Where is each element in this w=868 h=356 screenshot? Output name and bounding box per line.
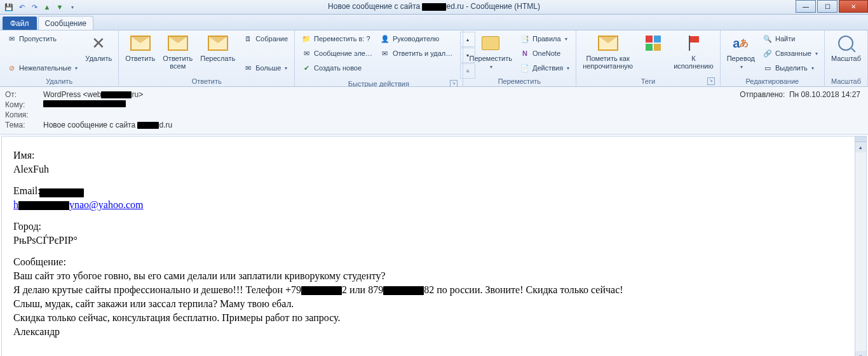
translate-button[interactable]: aあПеревод▾: [724, 32, 757, 72]
redacted-to: [43, 100, 126, 107]
ribbon: ✉Пропустить ⊘Нежелательные▾ ✕ Удалить Уд…: [0, 30, 868, 87]
message-body-container: Имя: AlexFuh Email: hynao@yahoo.com Горо…: [1, 136, 867, 356]
split-handle-icon[interactable]: [855, 136, 866, 142]
spacer: [240, 46, 290, 60]
maximize-button[interactable]: ☐: [817, 0, 837, 13]
group-editing-label: Редактирование: [724, 76, 820, 86]
quick-create-new-button[interactable]: ✔Создать новое: [299, 61, 375, 75]
qat-dropdown-icon[interactable]: ▾: [67, 2, 78, 12]
onenote-icon: N: [520, 48, 530, 58]
body-email-link[interactable]: hynao@yahoo.com: [13, 199, 143, 210]
redacted-from: [101, 91, 132, 98]
more-icon: ✉: [243, 63, 253, 73]
reply-icon: [130, 33, 151, 53]
close-button[interactable]: ✕: [839, 0, 868, 13]
delete-label: Удалить: [85, 55, 112, 62]
file-tab[interactable]: Файл: [3, 16, 37, 30]
select-button[interactable]: ▭Выделить▾: [760, 61, 820, 75]
more-label: Больше: [255, 64, 281, 72]
next-icon[interactable]: ▼: [55, 2, 65, 12]
dialog-launcher-icon[interactable]: ↘: [707, 77, 715, 85]
rules-label: Правила: [532, 35, 561, 43]
save-icon[interactable]: 💾: [4, 2, 14, 12]
delete-button[interactable]: ✕ Удалить: [83, 32, 114, 63]
quick-manager-button[interactable]: 👤Руководителю: [377, 32, 455, 46]
delete-icon: ✕: [88, 33, 109, 53]
quick-team-email-label: Сообщение эле…: [314, 49, 372, 57]
quick-reply-delete-button[interactable]: ✉Ответить и удал…: [377, 46, 455, 60]
translate-label: Перевод: [727, 55, 755, 62]
chevron-down-icon: ▾: [565, 36, 567, 42]
quick-move-to-button[interactable]: 📁Переместить в: ?: [299, 32, 375, 46]
skip-button[interactable]: ✉Пропустить: [4, 32, 80, 46]
ribbon-tabs: Файл Сообщение: [0, 15, 868, 30]
spacer: [4, 46, 80, 60]
folder-icon: [480, 33, 501, 53]
skip-label: Пропустить: [19, 35, 57, 43]
find-button[interactable]: 🔍Найти: [760, 32, 820, 46]
chevron-down-icon: ▾: [815, 51, 818, 56]
related-label: Связанные: [775, 49, 811, 57]
reply-all-button[interactable]: Ответить всем: [160, 32, 195, 71]
actions-icon: 📄: [520, 63, 530, 73]
mark-unread-icon: [598, 33, 618, 53]
group-delete: ✉Пропустить ⊘Нежелательные▾ ✕ Удалить Уд…: [0, 30, 119, 86]
manager-icon: 👤: [380, 34, 390, 44]
forward-label: Переслать: [200, 55, 235, 62]
chevron-down-icon: ▾: [285, 65, 287, 71]
more-button[interactable]: ✉Больше▾: [240, 61, 290, 75]
find-icon: 🔍: [763, 34, 773, 44]
quick-create-new-label: Создать новое: [314, 64, 362, 72]
categorize-button[interactable]: [638, 32, 668, 55]
actions-button[interactable]: 📄Действия▾: [517, 61, 572, 75]
body-email-label: Email:: [13, 185, 41, 196]
forward-button[interactable]: Переслать: [198, 32, 238, 63]
select-icon: ▭: [763, 63, 773, 73]
minimize-button[interactable]: —: [796, 0, 816, 13]
related-button[interactable]: 🔗Связанные▾: [760, 46, 820, 60]
message-tab[interactable]: Сообщение: [38, 16, 93, 30]
from-prefix: WordPress <web: [43, 90, 101, 99]
junk-button[interactable]: ⊘Нежелательные▾: [4, 61, 80, 75]
to-label: Кому:: [5, 100, 43, 109]
onenote-button[interactable]: NOneNote: [517, 46, 572, 60]
prev-icon[interactable]: ▲: [42, 2, 52, 12]
redacted-email: [18, 201, 69, 210]
body-city-value: РњРѕСЃРєРІР°: [13, 234, 860, 247]
zoom-label: Масштаб: [831, 55, 861, 62]
follow-up-button[interactable]: К исполнению: [671, 32, 716, 71]
group-move: Переместить▾ 📑Правила▾ NOneNote 📄Действи…: [463, 30, 577, 86]
subject-prefix: Новое сообщение с сайта: [43, 121, 137, 129]
redo-icon[interactable]: ↷: [29, 2, 39, 12]
create-new-icon: ✔: [301, 63, 311, 73]
move-button[interactable]: Переместить▾: [467, 32, 515, 72]
group-respond: Ответить Ответить всем Переслать 🗓Собран…: [119, 30, 295, 86]
scroll-up-icon[interactable]: ▴: [855, 142, 866, 152]
group-zoom: Масштаб Масштаб: [825, 30, 868, 86]
scroll-down-icon[interactable]: ▾: [855, 351, 866, 356]
reply-button[interactable]: Ответить: [123, 32, 158, 63]
cc-label: Копия:: [5, 110, 43, 119]
from-suffix: ru>: [132, 90, 143, 99]
meeting-button[interactable]: 🗓Собрание: [240, 32, 290, 46]
zoom-button[interactable]: Масштаб: [829, 32, 864, 63]
message-body: Имя: AlexFuh Email: hynao@yahoo.com Горо…: [2, 136, 866, 353]
body-msg-l3: Слыш, мудак, сайт закажи или зассал терп…: [13, 298, 860, 310]
quick-access-toolbar: 💾 ↶ ↷ ▲ ▼ ▾: [0, 2, 78, 12]
mark-unread-label: Пометить как непрочитанную: [583, 55, 633, 70]
body-msg-label: Сообщение:: [13, 256, 860, 268]
folder-move-icon: 📁: [301, 34, 311, 44]
email-vis1: h: [13, 199, 18, 210]
skip-icon: ✉: [6, 34, 17, 44]
group-tags-label: Теги: [641, 77, 655, 85]
vertical-scrollbar[interactable]: ▴ ▾: [855, 136, 866, 356]
window-title: Новое сообщение с сайта ed.ru - Сообщени…: [328, 2, 540, 11]
undo-icon[interactable]: ↶: [17, 2, 27, 12]
rules-button[interactable]: 📑Правила▾: [517, 32, 572, 46]
zoom-icon: [836, 33, 856, 53]
msg-l2a: Я делаю крутые сайты профессионально и д…: [13, 284, 301, 295]
reply-all-icon: [168, 33, 188, 53]
mark-unread-button[interactable]: Пометить как непрочитанную: [580, 32, 635, 71]
group-editing: aあПеревод▾ 🔍Найти 🔗Связанные▾ ▭Выделить▾…: [721, 30, 825, 86]
quick-team-email-button[interactable]: ✉Сообщение эле…: [299, 46, 375, 60]
